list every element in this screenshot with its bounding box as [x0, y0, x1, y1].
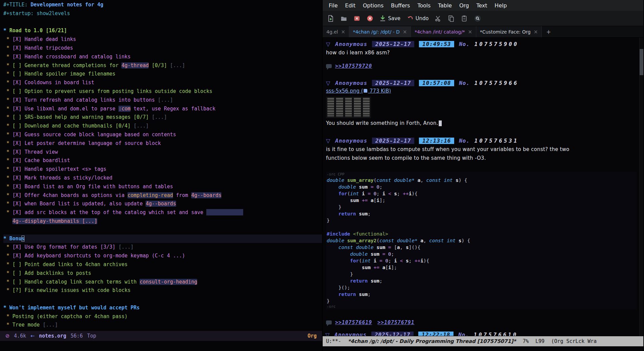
checkbox-item-todo: [ ] Add backlinks to posts	[12, 270, 91, 276]
disk-icon	[364, 89, 367, 93]
tab-label: *4chan /int/ catalog/*	[415, 29, 465, 35]
post-body-line: is it fine to use lambdas to compute stu…	[326, 146, 637, 153]
major-mode: Org	[308, 333, 317, 339]
tab-close-icon[interactable]: ×	[468, 29, 472, 35]
code-token: const double	[338, 245, 377, 250]
tab[interactable]: *Customize Face: Org×	[476, 26, 542, 37]
checkbox-item-done: [X] Use Org format for dates [3/3]	[12, 244, 118, 250]
list-bullet: *	[6, 175, 12, 181]
code-lines: double sum_array(const double* a, const …	[327, 177, 637, 304]
org-line: * [X] Mark threads as sticky/locked	[3, 174, 322, 183]
code-token: ;	[376, 191, 382, 196]
code-line: sum += a[i];	[327, 197, 637, 204]
code-token: ) {	[462, 238, 470, 243]
code-line: }	[327, 298, 637, 304]
heading-text: Bonu	[9, 236, 21, 242]
post-toggle-icon[interactable]: ▽	[326, 41, 330, 47]
post-date: 2025-12-17	[371, 332, 414, 336]
new-file-button[interactable]	[325, 13, 337, 23]
post-number[interactable]: 107576531	[474, 138, 519, 144]
fold-ellipsis: [...]	[152, 114, 167, 120]
blank-line	[3, 19, 6, 25]
code-token: i	[388, 265, 391, 270]
code-token	[327, 211, 338, 216]
kill-buffer-button[interactable]	[351, 13, 363, 23]
code-token	[379, 251, 382, 257]
tab[interactable]: *4chan /g/: /dpt/ - D×	[349, 26, 411, 37]
code-token: ;	[409, 258, 415, 263]
org-line: * [X] Add keyboard shortcuts to org-mode…	[3, 252, 322, 260]
code-token: ){	[423, 258, 429, 263]
text-segment	[3, 157, 6, 163]
code-token	[368, 198, 371, 203]
post-toggle-icon[interactable]: ▽	[326, 138, 330, 144]
new-tab-button[interactable]: +	[542, 26, 555, 37]
code-token: sum	[376, 245, 385, 250]
post-number[interactable]: 107576610	[474, 332, 518, 336]
poster-name: Anonymous	[334, 332, 367, 336]
post-time: 10:57:08	[419, 80, 454, 86]
menu-item-help[interactable]: Help	[491, 2, 510, 9]
post-number[interactable]: 107575966	[474, 80, 519, 86]
code-token: double	[338, 184, 359, 190]
tab-close-icon[interactable]: ×	[534, 29, 538, 35]
menu-item-edit[interactable]: Edit	[342, 2, 359, 9]
close-frame-button[interactable]	[364, 13, 376, 23]
checkbox-item-done: [X] when Board list is updated, also upd…	[12, 201, 146, 207]
org-keyword: #+TITLE:	[3, 2, 28, 8]
tab[interactable]: 4g.el×	[323, 26, 349, 37]
org-line: * [ ] Handle spoiler image filenames	[3, 70, 322, 79]
minor-modes: (Org ScrLck Wra	[551, 338, 596, 344]
scrollbar[interactable]	[639, 38, 643, 336]
code-line: }	[327, 217, 637, 224]
menu-item-tools[interactable]: Tools	[414, 2, 434, 9]
post-number-label: No.	[458, 332, 469, 336]
menu-item-org[interactable]: Org	[456, 2, 472, 9]
copy-button[interactable]	[445, 13, 457, 23]
file-link[interactable]: sss-5x56.png ( 773 KiB)	[326, 88, 391, 94]
code-token	[327, 292, 338, 297]
readonly-icon: ⊘	[5, 333, 10, 339]
org-line: * [X] Handle spoilertext <s> tags	[3, 165, 322, 174]
reply-link[interactable]: >>107579720	[335, 63, 372, 69]
list-bullet: *	[6, 123, 12, 129]
file-name: sss-5x56.png (	[326, 88, 363, 94]
tab-close-icon[interactable]: ×	[341, 29, 345, 35]
poster-name: Anonymous	[335, 138, 367, 144]
code-token	[327, 258, 350, 263]
reply-link[interactable]: >>107576619	[335, 319, 372, 325]
post-number[interactable]: 107575900	[474, 41, 519, 47]
heading-text: Won't implement myself but would accept …	[9, 305, 140, 311]
left-modeline: ⊘ 4.6k ← notes.org 56:6 Top Org	[0, 331, 322, 341]
code-token	[382, 258, 385, 263]
menu-item-options[interactable]: Options	[360, 2, 387, 9]
menu-item-buffers[interactable]: Buffers	[388, 2, 414, 9]
checkbox-item-done: [X] Cooldowns in board list	[12, 80, 94, 86]
menu-item-text[interactable]: Text	[473, 2, 490, 9]
menu-item-file[interactable]: File	[325, 2, 341, 9]
post-toggle-icon[interactable]: ▽	[326, 80, 330, 86]
save-icon	[379, 15, 386, 22]
scrollbar-thumb[interactable]	[640, 49, 643, 75]
undo-button[interactable]: Undo	[404, 13, 431, 23]
org-line: * [ ] Generate thread completions for 4g…	[3, 61, 322, 70]
cut-button[interactable]	[432, 13, 444, 23]
org-line: * [X] Cooldowns in board list	[3, 79, 322, 87]
menu-item-table[interactable]: Table	[435, 2, 455, 9]
code-token: ){	[412, 191, 417, 196]
text-segment	[3, 201, 6, 207]
tab[interactable]: *4chan /int/ catalog/*×	[411, 26, 476, 37]
reply-link[interactable]: >>107576791	[377, 319, 414, 325]
open-file-button[interactable]	[338, 13, 350, 23]
search-button[interactable]	[471, 13, 484, 24]
tab-close-icon[interactable]: ×	[403, 29, 407, 35]
list-bullet: *	[6, 244, 12, 250]
thread-buffer: ▽Anonymous2025-12-1710:49:53No.107575900…	[323, 38, 643, 336]
post-thumbnail[interactable]	[326, 97, 371, 118]
code-token: s	[455, 178, 459, 183]
save-button[interactable]: Save	[377, 13, 403, 23]
paste-button[interactable]	[458, 13, 470, 23]
post-toggle-icon[interactable]: ▽	[325, 332, 330, 336]
text-segment	[3, 218, 12, 224]
org-line: * [X] Turn refresh and catalog links int…	[3, 96, 322, 105]
